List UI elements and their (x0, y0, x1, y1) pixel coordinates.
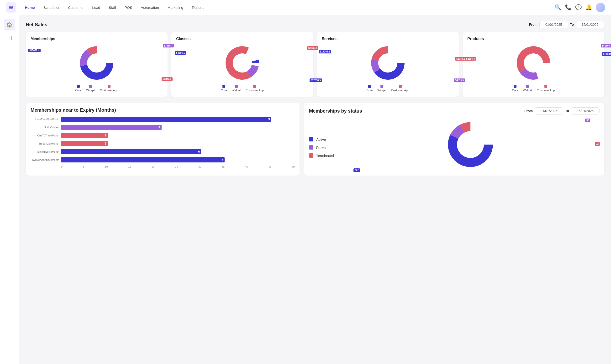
terminated-label: Terminated (316, 154, 334, 158)
status-to-date[interactable]: 15/01/2025 (571, 107, 599, 115)
from-label: From (529, 23, 537, 26)
nav-item-reports[interactable]: Reports (188, 4, 208, 12)
services-legend: Core Widget Customer App (322, 85, 454, 92)
bar-track: 2 (61, 141, 295, 146)
svg-point-19 (457, 131, 484, 158)
nav-item-customer[interactable]: Customer (64, 4, 87, 12)
bar-row: LessThenOneMonth 9 (30, 117, 295, 122)
nav-item-pos[interactable]: POS (121, 4, 136, 12)
services-core-val: $13356.5 (319, 50, 331, 53)
bar-fill: 2 (61, 133, 108, 138)
bar-axis: 05101520253035404550 (61, 165, 295, 168)
products-core-val: $2285.4 (465, 57, 476, 61)
status-frozen-val: 30 (585, 118, 590, 122)
products-donut-svg (514, 44, 553, 82)
svg-point-15 (524, 53, 543, 73)
notification-icon[interactable]: 🔔 (585, 4, 592, 11)
widget-dot (89, 85, 92, 88)
nav-item-staff[interactable]: Staff (105, 4, 120, 12)
phone-icon[interactable]: 📞 (565, 4, 571, 11)
sidebar-home-icon[interactable]: 🏠 (4, 19, 15, 30)
svg-point-3 (87, 53, 106, 73)
bar-row: NotInContact 4 (30, 125, 295, 130)
bar-label: TwelveAndAboveMonth (30, 158, 59, 161)
nav-item-marketing[interactable]: Marketing (164, 4, 187, 12)
products-legend-customer-app: Customer App (537, 85, 555, 92)
classes-title: Classes (176, 37, 308, 41)
products-legend-widget: Widget (523, 85, 532, 92)
classes-donut-svg (223, 44, 261, 82)
avatar[interactable] (596, 3, 605, 12)
from-date-input[interactable]: 01/01/2025 (539, 21, 568, 28)
status-legend: Active Frozen Terminated (309, 137, 334, 158)
classes-legend: Core Widget Customer App (176, 85, 308, 92)
legend-widget: Widget (86, 85, 95, 92)
status-chart-body: Active Frozen Terminated (309, 118, 599, 171)
services-donut-svg (369, 44, 407, 82)
services-donut-wrapper: $13356.5 $2784.1 $4515.5 (322, 44, 454, 82)
bar-row: OneToThreeMonth 2 (30, 133, 295, 138)
classes-core-val: $4296.1 (175, 51, 186, 55)
net-sales-date-range: From 01/01/2025 To 15/01/2025 (529, 21, 604, 28)
net-sales-title: Net Sales (26, 22, 47, 27)
products-widget-val: $4189.8 (601, 44, 611, 48)
memberships-title: Memberships (30, 37, 163, 41)
status-chart-title: Memberships by status (309, 108, 362, 114)
logo[interactable]: W (6, 2, 16, 13)
nav-icons: 🔍 📞 💬 🔔 (555, 3, 605, 12)
svg-point-7 (233, 53, 252, 73)
bar-fill: 4 (61, 125, 161, 130)
classes-legend-customer-app: Customer App (246, 85, 264, 92)
to-label: To (570, 23, 574, 26)
memberships-donut-wrapper: $15678.4 $3855.3 $2842.6 (30, 44, 163, 82)
bar-rows-container: LessThenOneMonth 9 NotInContact 4 OneToT… (30, 117, 295, 162)
memberships-core-val: $15678.4 (28, 49, 40, 52)
svg-point-11 (378, 53, 397, 73)
memberships-widget-val: $3855.3 (163, 44, 174, 48)
nav-item-automation[interactable]: Automation (137, 4, 163, 12)
status-frozen: Frozen (309, 145, 334, 150)
services-customer-val: $4515.5 (454, 78, 465, 82)
bar-fill: 7 (61, 157, 225, 162)
bar-track: 2 (61, 133, 295, 138)
classes-donut-wrapper: $4296.1 $2535.8 $12396.5 (176, 44, 308, 82)
nav-links: Home Scheduler Customer Lead Staff POS A… (21, 4, 553, 12)
classes-legend-core: Core (221, 85, 227, 92)
memberships-customer-val: $2842.6 (161, 77, 173, 81)
memberships-card: Memberships $15678.4 (26, 32, 168, 97)
bar-label: OneToThreeMonth (30, 134, 59, 137)
nav-item-scheduler[interactable]: Scheduler (40, 4, 64, 12)
classes-customer-val: $12396.5 (310, 78, 322, 82)
status-chart-card: Memberships by status From 01/01/2025 To… (304, 103, 604, 176)
status-active: Active (309, 137, 334, 142)
active-dot (309, 137, 313, 142)
services-legend-widget: Widget (377, 85, 386, 92)
classes-card: Classes $4296.1 $2535.8 $1 (171, 32, 313, 97)
services-legend-customer-app: Customer App (391, 85, 409, 92)
services-card: Services $13356.5 $2784.1 (317, 32, 459, 97)
status-to-label: To (565, 109, 569, 113)
expiry-chart-title: Memberships near to Expiry (Months) (30, 107, 295, 113)
bar-fill: 9 (61, 117, 271, 122)
bar-label: NotInContact (30, 126, 59, 129)
nav-item-lead[interactable]: Lead (88, 4, 104, 12)
services-widget-val: $2784.1 (455, 57, 466, 61)
layout: 🏠 →| Net Sales From 01/01/2025 To 15/01/… (0, 15, 611, 364)
status-donut-svg (444, 118, 497, 171)
frozen-dot (309, 145, 313, 150)
bar-label: LessThenOneMonth (30, 118, 59, 121)
services-title: Services (322, 37, 454, 41)
bar-fill: 6 (61, 149, 201, 154)
status-date-range: From 01/01/2025 To 15/01/2025 (524, 107, 599, 115)
sidebar-collapse-icon[interactable]: →| (7, 35, 12, 40)
status-active-val: 247 (354, 169, 360, 172)
nav-item-home[interactable]: Home (21, 4, 39, 12)
bar-label: ThreeToSixMonth (30, 142, 59, 145)
core-dot (77, 85, 80, 88)
status-from-date[interactable]: 01/01/2025 (535, 107, 563, 115)
classes-widget-val: $2535.8 (307, 46, 318, 50)
whatsapp-icon[interactable]: 💬 (575, 4, 582, 11)
search-icon[interactable]: 🔍 (555, 4, 561, 11)
to-date-input[interactable]: 15/01/2025 (576, 21, 604, 28)
memberships-legend: Core Widget Customer App (30, 85, 163, 92)
